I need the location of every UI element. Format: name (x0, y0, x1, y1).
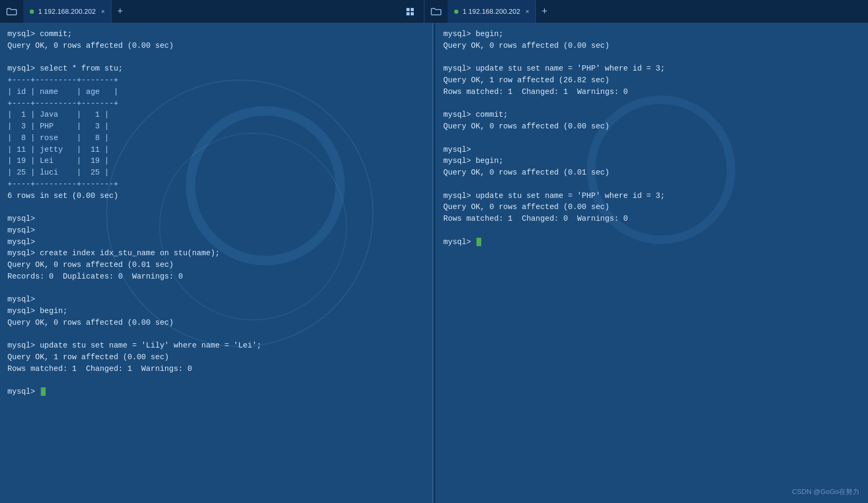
tab-left-label: 1 192.168.200.202 (38, 7, 96, 15)
tab-bar: 1 192.168.200.202 × + (0, 0, 868, 23)
line-l-31 (7, 375, 425, 387)
line-r-14 (444, 179, 861, 190)
line-l-15: 6 rows in set (0.00 sec) (7, 190, 425, 202)
line-r-8: mysql> commit; (444, 109, 861, 121)
line-l-7: +----+---------+-------+ (7, 98, 425, 110)
line-l-27 (7, 329, 425, 341)
line-l-5: +----+---------+-------+ (7, 75, 425, 86)
line-r-12: mysql> begin; (444, 155, 861, 167)
line-l-19: mysql> (7, 237, 425, 248)
tab-dot-right (454, 10, 458, 14)
line-r-15: mysql> update stu set name = 'PHP' where… (444, 190, 861, 202)
line-l-3 (7, 52, 425, 64)
app-container: 1 192.168.200.202 × + (0, 0, 868, 503)
line-l-1: mysql> commit; (7, 29, 425, 40)
folder-icon-left[interactable] (0, 0, 23, 23)
tab-right[interactable]: 1 192.168.200.202 × (448, 0, 536, 23)
svg-rect-0 (406, 8, 410, 11)
line-r-3 (444, 52, 861, 64)
line-r-19: mysql> (444, 237, 861, 248)
tab-add-left[interactable]: + (111, 3, 128, 20)
cursor-right (476, 238, 481, 246)
line-l-21: Query OK, 0 rows affected (0.01 sec) (7, 259, 425, 271)
line-r-18 (444, 225, 861, 237)
line-r-7 (444, 98, 861, 110)
grid-icon[interactable] (398, 0, 422, 23)
tab-left[interactable]: 1 192.168.200.202 × (23, 0, 111, 23)
terminal-left[interactable]: mysql> commit; Query OK, 0 rows affected… (0, 23, 433, 503)
line-l-4: mysql> select * from stu; (7, 63, 425, 75)
line-r-11: mysql> (444, 144, 861, 156)
line-l-30: Rows matched: 1 Changed: 1 Warnings: 0 (7, 363, 425, 375)
line-r-16: Query OK, 0 rows affected (0.00 sec) (444, 202, 861, 213)
line-l-23 (7, 283, 425, 294)
line-l-12: | 19 | Lei | 19 | (7, 155, 425, 167)
line-r-5: Query OK, 1 row affected (26.82 sec) (444, 75, 861, 86)
line-l-20: mysql> create index idx_stu_name on stu(… (7, 248, 425, 259)
line-r-2: Query OK, 0 rows affected (0.00 sec) (444, 40, 861, 52)
watermark: CSDN @GoGo在努力 (792, 487, 860, 497)
line-r-13: Query OK, 0 rows affected (0.01 sec) (444, 167, 861, 179)
line-l-24: mysql> (7, 294, 425, 306)
line-l-8: | 1 | Java | 1 | (7, 109, 425, 121)
line-l-18: mysql> (7, 225, 425, 237)
line-l-2: Query OK, 0 rows affected (0.00 sec) (7, 40, 425, 52)
terminals-container: mysql> commit; Query OK, 0 rows affected… (0, 23, 868, 503)
folder-icon-right[interactable] (424, 0, 448, 23)
line-r-1: mysql> begin; (444, 29, 861, 40)
svg-rect-2 (406, 12, 410, 15)
line-r-4: mysql> update stu set name = 'PHP' where… (444, 63, 861, 75)
line-l-14: +----+---------+-------+ (7, 179, 425, 190)
tab-bar-right: 1 192.168.200.202 × + (424, 0, 868, 23)
tab-close-right[interactable]: × (525, 8, 529, 15)
tab-close-left[interactable]: × (101, 8, 105, 15)
cursor-left (41, 387, 46, 396)
tab-right-label: 1 192.168.200.202 (463, 7, 520, 15)
terminal-right[interactable]: mysql> begin; Query OK, 0 rows affected … (436, 23, 869, 503)
line-l-17: mysql> (7, 213, 425, 225)
line-l-6: | id | name | age | (7, 86, 425, 98)
tab-bar-left: 1 192.168.200.202 × + (0, 0, 424, 23)
line-r-17: Rows matched: 1 Changed: 0 Warnings: 0 (444, 213, 861, 225)
line-l-22: Records: 0 Duplicates: 0 Warnings: 0 (7, 271, 425, 283)
line-l-10: | 8 | rose | 8 | (7, 133, 425, 144)
line-l-26: Query OK, 0 rows affected (0.00 sec) (7, 317, 425, 329)
line-r-6: Rows matched: 1 Changed: 1 Warnings: 0 (444, 86, 861, 98)
line-r-9: Query OK, 0 rows affected (0.00 sec) (444, 121, 861, 133)
pane-divider[interactable] (433, 23, 436, 503)
line-l-28: mysql> update stu set name = 'Lily' wher… (7, 340, 425, 352)
line-l-16 (7, 202, 425, 213)
line-r-10 (444, 133, 861, 144)
line-l-9: | 3 | PHP | 3 | (7, 121, 425, 133)
tab-add-right[interactable]: + (536, 3, 553, 20)
line-l-11: | 11 | jetty | 11 | (7, 144, 425, 156)
svg-rect-1 (411, 8, 414, 11)
tab-dot-left (30, 10, 34, 14)
line-l-29: Query OK, 1 row affected (0.00 sec) (7, 352, 425, 363)
svg-rect-3 (411, 12, 414, 15)
line-l-25: mysql> begin; (7, 306, 425, 317)
line-l-32: mysql> (7, 386, 425, 398)
line-l-13: | 25 | luci | 25 | (7, 167, 425, 179)
